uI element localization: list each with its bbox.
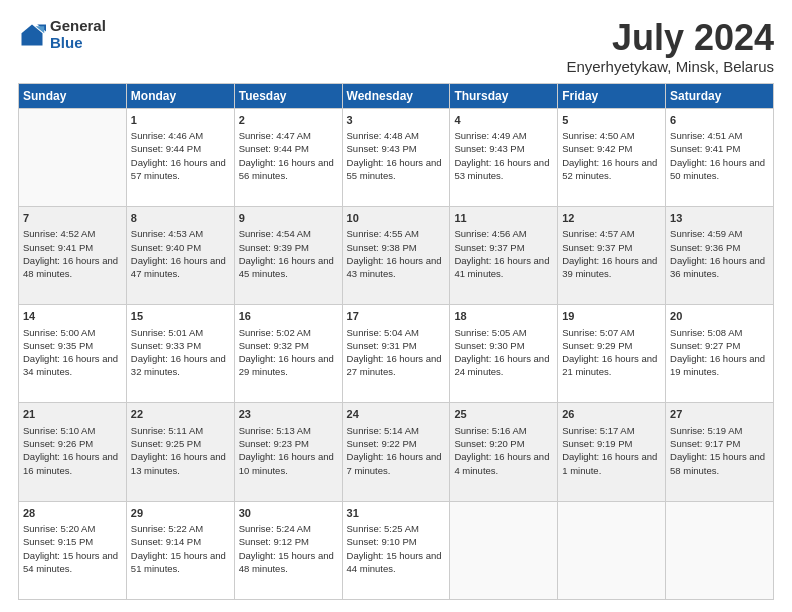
day-number: 27 — [670, 407, 769, 422]
sunset-text: Sunset: 9:37 PM — [562, 242, 632, 253]
calendar-cell: 18Sunrise: 5:05 AMSunset: 9:30 PMDayligh… — [450, 305, 558, 403]
day-number: 1 — [131, 113, 230, 128]
sunrise-text: Sunrise: 5:01 AM — [131, 327, 203, 338]
sunrise-text: Sunrise: 4:48 AM — [347, 130, 419, 141]
weekday-header-friday: Friday — [558, 83, 666, 108]
sunrise-text: Sunrise: 5:24 AM — [239, 523, 311, 534]
calendar-cell: 2Sunrise: 4:47 AMSunset: 9:44 PMDaylight… — [234, 108, 342, 206]
day-number: 3 — [347, 113, 446, 128]
calendar-cell: 24Sunrise: 5:14 AMSunset: 9:22 PMDayligh… — [342, 403, 450, 501]
daylight-text: Daylight: 16 hours and 16 minutes. — [23, 451, 118, 475]
sunset-text: Sunset: 9:26 PM — [23, 438, 93, 449]
daylight-text: Daylight: 16 hours and 55 minutes. — [347, 157, 442, 181]
calendar-header-row: SundayMondayTuesdayWednesdayThursdayFrid… — [19, 83, 774, 108]
calendar-cell: 14Sunrise: 5:00 AMSunset: 9:35 PMDayligh… — [19, 305, 127, 403]
calendar-cell: 22Sunrise: 5:11 AMSunset: 9:25 PMDayligh… — [126, 403, 234, 501]
daylight-text: Daylight: 16 hours and 19 minutes. — [670, 353, 765, 377]
daylight-text: Daylight: 16 hours and 48 minutes. — [23, 255, 118, 279]
daylight-text: Daylight: 16 hours and 7 minutes. — [347, 451, 442, 475]
sunrise-text: Sunrise: 4:56 AM — [454, 228, 526, 239]
calendar-table: SundayMondayTuesdayWednesdayThursdayFrid… — [18, 83, 774, 600]
sunset-text: Sunset: 9:43 PM — [454, 143, 524, 154]
sunrise-text: Sunrise: 4:46 AM — [131, 130, 203, 141]
calendar-cell: 16Sunrise: 5:02 AMSunset: 9:32 PMDayligh… — [234, 305, 342, 403]
day-number: 25 — [454, 407, 553, 422]
sunset-text: Sunset: 9:15 PM — [23, 536, 93, 547]
day-number: 2 — [239, 113, 338, 128]
daylight-text: Daylight: 16 hours and 27 minutes. — [347, 353, 442, 377]
daylight-text: Daylight: 16 hours and 47 minutes. — [131, 255, 226, 279]
calendar-cell: 17Sunrise: 5:04 AMSunset: 9:31 PMDayligh… — [342, 305, 450, 403]
sunset-text: Sunset: 9:35 PM — [23, 340, 93, 351]
day-number: 20 — [670, 309, 769, 324]
sunrise-text: Sunrise: 5:20 AM — [23, 523, 95, 534]
sunrise-text: Sunrise: 5:05 AM — [454, 327, 526, 338]
sunrise-text: Sunrise: 5:22 AM — [131, 523, 203, 534]
calendar-cell: 6Sunrise: 4:51 AMSunset: 9:41 PMDaylight… — [666, 108, 774, 206]
day-number: 30 — [239, 506, 338, 521]
logo-text: General Blue — [50, 18, 106, 51]
sunset-text: Sunset: 9:23 PM — [239, 438, 309, 449]
daylight-text: Daylight: 16 hours and 10 minutes. — [239, 451, 334, 475]
daylight-text: Daylight: 15 hours and 48 minutes. — [239, 550, 334, 574]
calendar-cell: 10Sunrise: 4:55 AMSunset: 9:38 PMDayligh… — [342, 206, 450, 304]
daylight-text: Daylight: 16 hours and 45 minutes. — [239, 255, 334, 279]
calendar-cell: 11Sunrise: 4:56 AMSunset: 9:37 PMDayligh… — [450, 206, 558, 304]
sunrise-text: Sunrise: 4:47 AM — [239, 130, 311, 141]
day-number: 19 — [562, 309, 661, 324]
calendar-cell: 9Sunrise: 4:54 AMSunset: 9:39 PMDaylight… — [234, 206, 342, 304]
daylight-text: Daylight: 16 hours and 4 minutes. — [454, 451, 549, 475]
calendar-cell: 29Sunrise: 5:22 AMSunset: 9:14 PMDayligh… — [126, 501, 234, 599]
day-number: 8 — [131, 211, 230, 226]
subtitle: Enyerhyetykaw, Minsk, Belarus — [566, 58, 774, 75]
calendar-cell: 3Sunrise: 4:48 AMSunset: 9:43 PMDaylight… — [342, 108, 450, 206]
calendar-cell: 23Sunrise: 5:13 AMSunset: 9:23 PMDayligh… — [234, 403, 342, 501]
day-number: 7 — [23, 211, 122, 226]
sunset-text: Sunset: 9:12 PM — [239, 536, 309, 547]
header: General Blue July 2024 Enyerhyetykaw, Mi… — [18, 18, 774, 75]
day-number: 13 — [670, 211, 769, 226]
calendar-cell: 1Sunrise: 4:46 AMSunset: 9:44 PMDaylight… — [126, 108, 234, 206]
sunset-text: Sunset: 9:44 PM — [131, 143, 201, 154]
day-number: 10 — [347, 211, 446, 226]
day-number: 14 — [23, 309, 122, 324]
calendar-cell: 21Sunrise: 5:10 AMSunset: 9:26 PMDayligh… — [19, 403, 127, 501]
daylight-text: Daylight: 16 hours and 36 minutes. — [670, 255, 765, 279]
sunset-text: Sunset: 9:14 PM — [131, 536, 201, 547]
sunrise-text: Sunrise: 4:52 AM — [23, 228, 95, 239]
daylight-text: Daylight: 16 hours and 57 minutes. — [131, 157, 226, 181]
day-number: 9 — [239, 211, 338, 226]
sunset-text: Sunset: 9:31 PM — [347, 340, 417, 351]
daylight-text: Daylight: 15 hours and 58 minutes. — [670, 451, 765, 475]
day-number: 29 — [131, 506, 230, 521]
daylight-text: Daylight: 16 hours and 13 minutes. — [131, 451, 226, 475]
sunset-text: Sunset: 9:25 PM — [131, 438, 201, 449]
logo-icon — [18, 21, 46, 49]
daylight-text: Daylight: 16 hours and 29 minutes. — [239, 353, 334, 377]
day-number: 6 — [670, 113, 769, 128]
calendar-cell: 26Sunrise: 5:17 AMSunset: 9:19 PMDayligh… — [558, 403, 666, 501]
day-number: 5 — [562, 113, 661, 128]
logo-general-text: General — [50, 18, 106, 35]
sunset-text: Sunset: 9:30 PM — [454, 340, 524, 351]
day-number: 17 — [347, 309, 446, 324]
calendar-week-row: 28Sunrise: 5:20 AMSunset: 9:15 PMDayligh… — [19, 501, 774, 599]
day-number: 28 — [23, 506, 122, 521]
calendar-cell: 4Sunrise: 4:49 AMSunset: 9:43 PMDaylight… — [450, 108, 558, 206]
sunrise-text: Sunrise: 4:49 AM — [454, 130, 526, 141]
calendar-week-row: 7Sunrise: 4:52 AMSunset: 9:41 PMDaylight… — [19, 206, 774, 304]
day-number: 18 — [454, 309, 553, 324]
sunset-text: Sunset: 9:17 PM — [670, 438, 740, 449]
calendar-cell: 8Sunrise: 4:53 AMSunset: 9:40 PMDaylight… — [126, 206, 234, 304]
day-number: 12 — [562, 211, 661, 226]
weekday-header-wednesday: Wednesday — [342, 83, 450, 108]
sunrise-text: Sunrise: 5:07 AM — [562, 327, 634, 338]
sunset-text: Sunset: 9:27 PM — [670, 340, 740, 351]
daylight-text: Daylight: 15 hours and 54 minutes. — [23, 550, 118, 574]
day-number: 26 — [562, 407, 661, 422]
sunrise-text: Sunrise: 4:50 AM — [562, 130, 634, 141]
day-number: 31 — [347, 506, 446, 521]
calendar-cell: 20Sunrise: 5:08 AMSunset: 9:27 PMDayligh… — [666, 305, 774, 403]
sunset-text: Sunset: 9:42 PM — [562, 143, 632, 154]
sunset-text: Sunset: 9:32 PM — [239, 340, 309, 351]
